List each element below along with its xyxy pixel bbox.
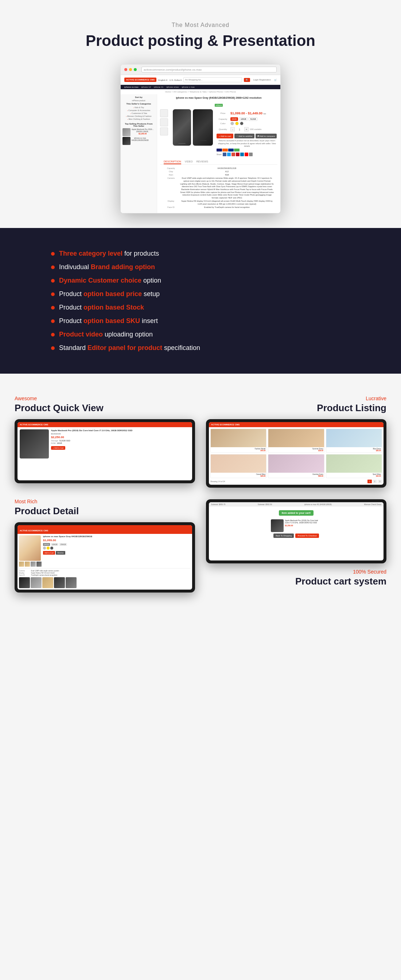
- ecom-search-button[interactable]: 🔍: [244, 78, 250, 82]
- ecom-breadcrumb: Home > All Categories > Telephone & Tabs…: [121, 89, 280, 94]
- pd-wishlist[interactable]: Wishlist: [56, 551, 65, 555]
- product-tabs: DESCRIPTION VIDEO REVIEWS: [160, 158, 277, 165]
- sidebar-item[interactable]: Computer & Accessories: [123, 109, 155, 112]
- product-info: Price $1,099.00 - $1,449.00 tax Capacity…: [217, 109, 277, 156]
- feature-item-7: Product video uploading option: [51, 331, 350, 338]
- bullet-4: [51, 293, 55, 296]
- pl-item: Fashion Model $45.00: [210, 429, 267, 453]
- cart-screen: Subtotal: $855.75 Subtotal: $502.50 ipho…: [209, 502, 383, 560]
- pl-header: ACTIVE ECOMMERCE CMS: [209, 422, 383, 427]
- add-to-wishlist-button[interactable]: ♡ Add to wishlist: [235, 134, 254, 138]
- pd-cap-btn[interactable]: 256GB: [59, 543, 67, 546]
- sidebar-item[interactable]: Customize & Tote: [123, 112, 155, 115]
- product-views-section: Awesome Product Quick View ACTIVE ECOMME…: [0, 374, 401, 614]
- pd-main-image: [19, 535, 41, 561]
- detail-screen: ACTIVE ECOMMERCE CMS: [18, 525, 192, 590]
- spec-ram: Ram 4GB: [164, 174, 274, 177]
- pinterest-share[interactable]: [236, 153, 240, 156]
- ecom-search-input[interactable]: [184, 77, 242, 82]
- email-share[interactable]: [249, 153, 252, 156]
- pd-color-gray[interactable]: [50, 547, 53, 550]
- pd-color-gold[interactable]: [47, 547, 50, 550]
- browser-dot-maximize: [134, 68, 137, 71]
- pl-item: Casual Wear $28.00: [210, 454, 267, 478]
- top-views-row: Awesome Product Quick View ACTIVE ECOMME…: [14, 396, 387, 488]
- pd-more-images: [19, 577, 191, 588]
- product-image-left: [173, 109, 191, 146]
- ecom-main-content: Sort by inPhone product This Seller's Ca…: [121, 94, 280, 213]
- product-area: Price $1,099.00 - $1,449.00 tax Capacity…: [160, 107, 277, 158]
- pd-cap-btn[interactable]: 64GB: [43, 543, 50, 546]
- pl-body: Fashion Model $45.00 Summer Dress $39.00: [209, 427, 383, 485]
- browser-content: ACTIVE ECOMMERCE CMS English ▾ U.S. Doll…: [121, 75, 280, 213]
- bullet-8: [51, 346, 55, 350]
- feature-item-6: Product option based SKU insert: [51, 317, 350, 325]
- cart-title: Product cart system: [206, 576, 387, 587]
- ts-item: Apple Macbook Pro 2019... 256GB-128GB.. …: [123, 128, 155, 136]
- ecom-header: ACTIVE ECOMMERCE CMS English ▾ U.S. Doll…: [121, 75, 280, 85]
- pd-add-cart[interactable]: Add to Cart: [43, 551, 55, 555]
- listing-sub: Lucrative: [206, 396, 387, 401]
- add-to-cart-button[interactable]: + Add to cart: [217, 134, 233, 138]
- sidebar-item[interactable]: Men Clothing & Fashion: [123, 118, 155, 121]
- capacity-512gb[interactable]: 512GB: [249, 117, 257, 121]
- tab-description[interactable]: DESCRIPTION: [164, 159, 181, 164]
- cart-button-row: Back To Shopping Proceed To Checkout: [211, 533, 381, 538]
- pl-item: Blue Dress $55.00: [326, 429, 382, 453]
- linkedin-share[interactable]: [240, 153, 244, 156]
- hero-title: Product posting & Presentation: [7, 32, 394, 49]
- pd-info-col: iphone xs max Space Gray 64GB/128GB/256G…: [43, 535, 191, 567]
- color-spacegray[interactable]: [240, 122, 243, 125]
- cart-product: Apple Macbook Pro (2019) Six Core Intel …: [271, 519, 322, 532]
- color-gold[interactable]: [235, 122, 239, 125]
- feature-list: Three category level for products Indivu…: [51, 250, 350, 352]
- cart-product-info: Apple Macbook Pro (2019) Six Core Intel …: [285, 519, 322, 532]
- return-policy: Returns accepted if product not as descr…: [217, 140, 277, 148]
- tab-reviews[interactable]: REVIEWS: [197, 159, 208, 164]
- quick-view-tablet: ACTIVE ECOMMERCE CMS Apple Macbook Pro (…: [14, 419, 195, 483]
- qv-body: Apple Macbook Pro (2019) Six Core Intel …: [18, 427, 192, 461]
- twitter-share[interactable]: [227, 153, 231, 156]
- pd-cap-btn[interactable]: 128GB: [51, 543, 59, 546]
- qv-header: ACTIVE ECOMMERCE CMS: [18, 422, 192, 427]
- payment-icons: [217, 149, 277, 151]
- sidebar-item[interactable]: Kids & Toy: [123, 106, 155, 109]
- pd-thumbnails: [19, 562, 42, 567]
- pl-item: Evening Gown $89.00: [268, 454, 324, 478]
- googleplus-share[interactable]: [232, 153, 235, 156]
- quantity-decrease[interactable]: -: [230, 127, 235, 132]
- qv-current-price: $2,250.00: [51, 436, 190, 439]
- capacity-64gb[interactable]: 64GB: [230, 117, 238, 121]
- quick-view-card: Awesome Product Quick View ACTIVE ECOMME…: [14, 396, 195, 483]
- bullet-6: [51, 320, 55, 323]
- pl-item: Summer Dress $39.00: [268, 429, 324, 453]
- back-to-shopping-button[interactable]: Back To Shopping: [273, 533, 294, 538]
- facebook-share[interactable]: [223, 153, 226, 156]
- youtube-share[interactable]: [244, 153, 248, 156]
- share-section: Share:: [217, 153, 277, 156]
- bullet-2: [51, 266, 55, 269]
- product-main: iphone xs max Space Gray (64GB/128GB/256…: [157, 94, 280, 213]
- color-silver[interactable]: [230, 122, 234, 125]
- feature-item-1: Three category level for products: [51, 250, 350, 258]
- qv-product-title: Apple Macbook Pro (2019) Six Core Intel …: [51, 430, 190, 431]
- sidebar-item[interactable]: Women Clothing & Fashion: [123, 115, 155, 118]
- proceed-to-checkout-button[interactable]: Proceed To Checkout: [295, 533, 319, 538]
- hero-section: The Most Advanced Product posting & Pres…: [0, 0, 401, 228]
- capacity-128gb[interactable]: 128GB: [239, 117, 248, 121]
- quantity-increase[interactable]: +: [244, 127, 249, 132]
- ecom-nav-tabs: iphone xs max iphone 12 iphone 11 iphone…: [121, 85, 280, 89]
- browser-address-bar: activecommerce.com/product/iphone-xs-max: [141, 67, 277, 72]
- product-image-right: [193, 109, 213, 146]
- features-section: Three category level for products Indivu…: [0, 228, 401, 374]
- spec-camera: Camera Dual 12MP wide-angle and telephot…: [164, 177, 274, 200]
- listing-screen: ACTIVE ECOMMERCE CMS Fashion Model $45.0…: [209, 422, 383, 485]
- tab-video[interactable]: VIDEO: [185, 159, 193, 164]
- listing-tablet: ACTIVE ECOMMERCE CMS Fashion Model $45.0…: [206, 419, 387, 488]
- hero-subtitle: The Most Advanced: [7, 22, 394, 29]
- qv-add-to-cart[interactable]: + Add to Cart: [51, 446, 65, 450]
- quick-view-sub: Awesome: [14, 396, 195, 401]
- pd-color-silver[interactable]: [43, 547, 46, 550]
- add-to-compare-button[interactable]: ⇄ Add to compare: [256, 134, 277, 138]
- product-thumbnails: [160, 109, 169, 156]
